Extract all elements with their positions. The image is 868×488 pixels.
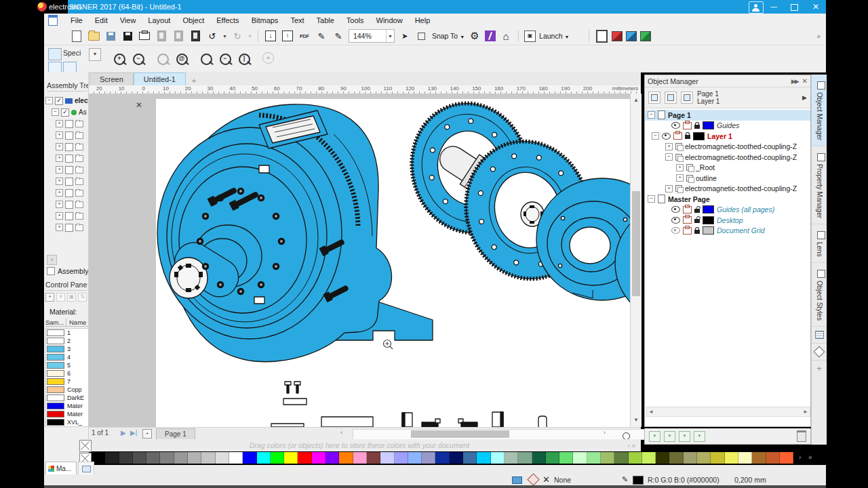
lock-icon[interactable]	[694, 125, 700, 129]
material-row[interactable]: DarkE	[46, 394, 89, 402]
pen-tool-2-icon[interactable]: ✎	[332, 29, 345, 43]
om-row[interactable]: +outline	[645, 173, 810, 184]
docker-tab-grid[interactable]	[812, 327, 827, 344]
chevron-down-icon[interactable]: ▼	[386, 30, 394, 42]
launch-dropdown[interactable]: Launch ▼	[539, 32, 569, 40]
show-object-properties-icon[interactable]	[648, 92, 660, 104]
lock-icon[interactable]	[694, 230, 700, 234]
palette-color[interactable]	[339, 452, 353, 464]
palette-color[interactable]	[766, 452, 780, 464]
assembly-item-row[interactable]: +	[45, 164, 88, 176]
app-launcher-tile-icon[interactable]	[485, 30, 496, 41]
assembly-item-row[interactable]: +	[45, 199, 88, 210]
printer-icon[interactable]	[683, 122, 692, 129]
preset-chevron-down-icon[interactable]: ▼	[89, 48, 101, 61]
palette-color[interactable]	[711, 452, 724, 464]
palette-color[interactable]	[656, 452, 669, 464]
printer-icon[interactable]	[683, 206, 692, 214]
material-row[interactable]: Copp	[46, 386, 89, 394]
assembly-item-row[interactable]: +	[45, 210, 88, 222]
om-row[interactable]: −electromagnetic-toothed-coupling-Z	[645, 152, 810, 163]
om-row[interactable]: −Layer 1	[645, 131, 810, 142]
cube-green-icon[interactable]	[640, 31, 651, 41]
last-page-icon[interactable]: ▶|	[130, 429, 137, 436]
page-1-tab[interactable]: Page 1	[156, 428, 195, 440]
document-palette-tab[interactable]	[78, 462, 94, 475]
palette-color[interactable]	[725, 452, 738, 464]
palette-color[interactable]	[146, 452, 160, 464]
palette-color[interactable]	[532, 452, 546, 464]
eye-icon[interactable]	[671, 122, 680, 129]
menu-window[interactable]: Window	[370, 16, 409, 24]
palette-color[interactable]	[133, 452, 146, 464]
palette-color[interactable]	[450, 452, 463, 464]
material-row[interactable]: 4	[46, 353, 89, 361]
import-icon[interactable]: ↓	[264, 29, 277, 43]
zoom-in-icon[interactable]: +	[111, 51, 128, 67]
palette-color[interactable]	[684, 452, 697, 464]
material-row[interactable]: 6	[46, 369, 89, 378]
assembly-item-row[interactable]: +	[45, 152, 88, 164]
palette-scroll-icon[interactable]: ›	[799, 453, 801, 461]
print-icon[interactable]	[138, 29, 151, 43]
menu-object[interactable]: Object	[176, 16, 210, 24]
assembly-item-row[interactable]: +	[45, 222, 88, 233]
context-flyout-icon[interactable]: ▶	[802, 94, 807, 101]
palette-color[interactable]	[216, 452, 229, 464]
palette-color[interactable]	[312, 452, 326, 464]
docker-tab-object-manager[interactable]: Object Manager	[812, 75, 827, 146]
palette-color[interactable]	[201, 452, 215, 464]
palette-color[interactable]	[395, 452, 408, 464]
palette-color[interactable]	[752, 452, 766, 464]
zoom-all-objects-icon[interactable]: @	[173, 51, 191, 67]
palette-color[interactable]	[463, 452, 477, 464]
gear-icon[interactable]: ⚙	[468, 29, 481, 43]
om-row[interactable]: Document Grid	[645, 226, 810, 237]
palette-color[interactable]	[174, 452, 188, 464]
docker-expand-chevrons-icon[interactable]: ▶▶	[791, 78, 798, 85]
material-row[interactable]: Mater	[46, 402, 89, 410]
menu-text[interactable]: Text	[284, 16, 310, 24]
page-stack-icon[interactable]	[48, 48, 62, 60]
palette-color[interactable]	[243, 452, 256, 464]
zoom-to-page-icon[interactable]	[197, 51, 215, 67]
palette-color[interactable]	[367, 452, 380, 464]
eye-icon[interactable]	[671, 206, 680, 213]
toolbar-overflow-chevrons[interactable]: »	[816, 33, 821, 40]
redo-icon[interactable]: ↻	[231, 29, 244, 43]
palette-expand-icon[interactable]: »	[808, 453, 812, 461]
palette-color[interactable]	[229, 452, 243, 464]
zoom-to-width-icon[interactable]: −	[216, 51, 234, 67]
palette-color[interactable]	[422, 452, 435, 464]
palette-color[interactable]	[642, 452, 656, 464]
zoom-selected-icon[interactable]	[154, 51, 172, 67]
next-page-icon[interactable]: ▶	[121, 429, 126, 436]
printer-icon[interactable]	[683, 216, 692, 224]
palette-color[interactable]	[505, 452, 518, 464]
docker-add-tab[interactable]: +	[812, 361, 827, 377]
menu-edit[interactable]: Edit	[89, 16, 114, 24]
edit-across-layers-icon[interactable]	[665, 92, 677, 104]
printer-icon[interactable]	[683, 227, 692, 235]
document-palette-no-color-icon[interactable]	[79, 440, 92, 452]
lock-icon[interactable]	[685, 135, 690, 139]
assembly-item-row[interactable]: +	[45, 176, 88, 187]
palette-color[interactable]	[435, 452, 449, 464]
scroll-down-icon[interactable]: ▼	[631, 415, 642, 425]
om-row[interactable]: Desktop	[645, 215, 810, 226]
material-row[interactable]: 2	[46, 337, 89, 345]
page-border-icon[interactable]	[595, 29, 608, 43]
palette-color[interactable]	[559, 452, 573, 464]
om-row[interactable]: +electromagnetic-toothed-coupling-Z	[645, 142, 810, 152]
preset-combo-value[interactable]: Speci	[63, 49, 86, 57]
docker-tab-shapes[interactable]	[812, 344, 827, 361]
assembly-item-row[interactable]: +	[45, 118, 88, 129]
material-palette-tab[interactable]: Ma...	[45, 462, 77, 474]
new-document-icon[interactable]	[70, 29, 83, 43]
vertical-scrollbar[interactable]: ▲ ▼	[630, 94, 642, 427]
dock-mini-button-2[interactable]	[63, 62, 77, 73]
dock-mini-button-1[interactable]	[48, 62, 62, 73]
palette-color[interactable]	[188, 452, 201, 464]
eye-icon[interactable]	[671, 227, 680, 234]
floating-close-icon[interactable]: ✕	[136, 100, 142, 110]
